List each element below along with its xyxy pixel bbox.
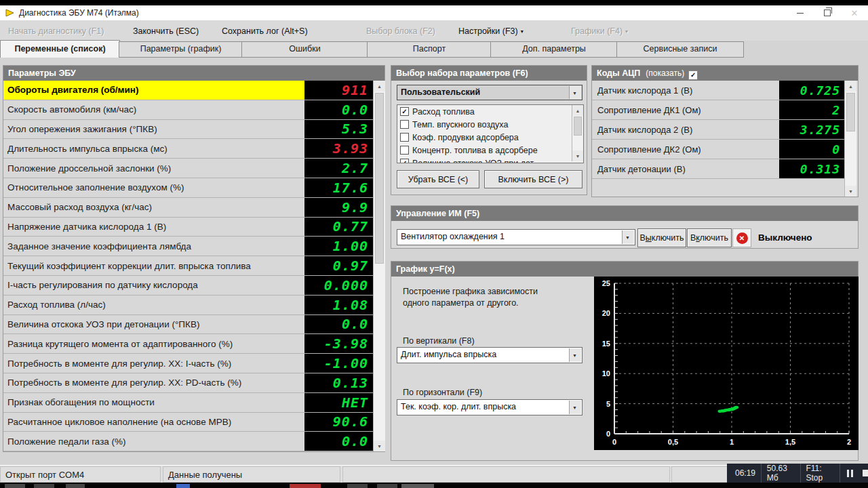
- checkbox-item[interactable]: ✓ Расход топлива: [397, 105, 571, 118]
- menu-item[interactable]: Закончить (ESC): [133, 21, 201, 41]
- combo-arrow-icon[interactable]: [569, 348, 581, 362]
- actuator-state-button[interactable]: ✕: [732, 228, 751, 247]
- table-row[interactable]: Положение педали газа (%) 0.0: [3, 432, 373, 451]
- table-row[interactable]: Расход топлива (л/час) 1.08: [3, 296, 373, 315]
- stop-icon[interactable]: [863, 470, 868, 476]
- taskbar-icon-stub[interactable]: [176, 484, 190, 488]
- combo-arrow-icon[interactable]: [622, 230, 634, 244]
- scrollbar-thumb[interactable]: [574, 117, 582, 136]
- table-row[interactable]: Скорость автомобиля (км/час) 0.0: [3, 100, 373, 120]
- scroll-up-icon[interactable]: ▲: [845, 81, 856, 92]
- table-row[interactable]: Положение дроссельной заслонки (%) 2.7: [3, 159, 373, 178]
- restore-button[interactable]: [814, 5, 841, 20]
- taskbar-icon-stub[interactable]: [290, 484, 321, 488]
- table-row[interactable]: Величина отскока УОЗ при детонации (°ПКВ…: [3, 315, 373, 335]
- checkbox[interactable]: [400, 133, 409, 142]
- adc-codes-panel: Коды АЦП(показать)✓ Датчик кислорода 1 (…: [591, 65, 859, 197]
- tab[interactable]: Переменные (список): [0, 40, 120, 58]
- table-row[interactable]: Массовый расход воздуха (кг/час) 9.9: [3, 198, 373, 218]
- table-row[interactable]: Обороты двигателя (об/мин) 911: [3, 81, 373, 100]
- preset-select[interactable]: Пользовательский: [397, 85, 583, 100]
- scroll-down-icon[interactable]: ▼: [374, 441, 385, 451]
- checkbox[interactable]: [400, 120, 409, 129]
- menu-item[interactable]: Графики (F4) ▾: [571, 21, 628, 41]
- tab[interactable]: Параметры (график): [119, 41, 243, 58]
- svg-text:1: 1: [730, 438, 734, 446]
- taskbar-icon-stub[interactable]: [5, 484, 25, 488]
- table-row[interactable]: Сопротивление ДК2 (Ом) 0: [592, 140, 844, 159]
- table-row[interactable]: Длительность импульса впрыска (мс) 3.93: [3, 139, 373, 159]
- menu-item[interactable]: Начать диагностику (F1): [8, 21, 106, 41]
- checkbox-item[interactable]: Коэф. продувки адсорбера: [397, 131, 571, 144]
- adc-value-box: 0.313: [779, 159, 844, 178]
- list-scrollbar[interactable]: ▲ ▼: [572, 105, 583, 161]
- menu-item[interactable]: Выбор блока (F2): [366, 21, 438, 41]
- ecu-scrollbar[interactable]: ▲ ▼: [373, 81, 385, 451]
- menu-item[interactable]: Настройки (F3) ▾: [458, 21, 524, 41]
- adc-value: 0.725: [800, 83, 840, 98]
- taskbar-icon-stub[interactable]: [377, 484, 397, 488]
- checkbox-item[interactable]: ✓ Величина отскока УОЗ при дет.: [397, 157, 571, 163]
- table-row[interactable]: Датчик детонации (В) 0.313: [592, 159, 844, 179]
- table-row[interactable]: Сопротивление ДК1 (Ом) 2: [592, 100, 844, 120]
- pause-icon[interactable]: [847, 470, 853, 477]
- scroll-up-icon[interactable]: ▲: [374, 81, 385, 92]
- taskbar-icon-stub[interactable]: [401, 484, 434, 488]
- combo-arrow-icon[interactable]: [569, 86, 581, 99]
- param-value: 3.93: [333, 140, 368, 157]
- divider: [800, 464, 801, 483]
- adc-label: Датчик кислорода 1 (В): [592, 81, 779, 100]
- table-row[interactable]: Датчик кислорода 1 (В) 0.725: [592, 81, 844, 100]
- horizontal-param-select[interactable]: Тек. коэф. кор. длит. впрыска: [397, 399, 583, 415]
- checkbox-item[interactable]: Темп. впускного воздуха: [397, 118, 571, 131]
- checkbox[interactable]: ✓: [400, 107, 409, 116]
- adc-show-checkbox[interactable]: ✓: [688, 70, 698, 80]
- param-value: 17.6: [333, 180, 368, 196]
- remove-all-button[interactable]: Убрать ВСЕ (<): [397, 170, 479, 188]
- table-row[interactable]: Потребность в моменте для регулир. ХХ: P…: [3, 373, 373, 393]
- menu-item[interactable]: Сохранить лог (Alt+S): [222, 21, 311, 41]
- scrollbar-thumb[interactable]: [375, 93, 384, 264]
- table-row[interactable]: Напряжение датчика кислорода 1 (В) 0.77: [3, 218, 373, 237]
- combo-arrow-icon[interactable]: [569, 401, 581, 414]
- scroll-down-icon[interactable]: ▼: [845, 186, 856, 197]
- scrollbar-thumb[interactable]: [846, 93, 855, 131]
- tab[interactable]: Доп. параметры: [490, 41, 618, 58]
- svg-text:0,5: 0,5: [668, 438, 678, 446]
- checkbox[interactable]: ✓: [400, 159, 409, 163]
- tab[interactable]: Паспорт: [367, 41, 492, 58]
- table-row[interactable]: Расчитанное цикловое наполнение (на осно…: [3, 413, 373, 432]
- table-row[interactable]: Угол опережения зажигания (°ПКВ) 5.3: [3, 120, 373, 140]
- table-row[interactable]: Потребность в моменте для регулир. ХХ: I…: [3, 354, 373, 373]
- param-value: 9.9: [342, 199, 368, 216]
- recorder-hotkey[interactable]: F11: Stop: [806, 464, 834, 483]
- scroll-down-icon[interactable]: ▼: [572, 150, 583, 161]
- taskbar-icon-stub[interactable]: [347, 484, 368, 488]
- taskbar-icon-stub[interactable]: [34, 484, 54, 488]
- table-row[interactable]: I-часть регулирования по датчику кислоро…: [3, 276, 373, 296]
- table-row[interactable]: Датчик кислорода 2 (В) 3.275: [592, 120, 844, 140]
- table-row[interactable]: Текущий коэффициент коррекции длит. впры…: [3, 256, 373, 276]
- tab[interactable]: Ошибки: [241, 41, 368, 58]
- table-row[interactable]: Разница крутящего момента от адаптирован…: [3, 334, 373, 354]
- minimize-button[interactable]: [787, 5, 814, 20]
- table-row[interactable]: Относительное заполнение воздухом (%) 17…: [3, 178, 373, 198]
- checkbox[interactable]: [400, 146, 409, 155]
- actuator-select[interactable]: Вентилятор охлаждения 1: [397, 229, 635, 245]
- scroll-up-icon[interactable]: ▲: [572, 105, 583, 116]
- close-button[interactable]: ✕: [841, 5, 868, 20]
- taskbar-icon-stub[interactable]: [66, 484, 85, 488]
- table-row[interactable]: Признак обогащения по мощности НЕТ: [3, 393, 373, 413]
- table-row[interactable]: Заданное значение коэффициента лямбда 1.…: [3, 237, 373, 256]
- add-all-button[interactable]: Включить ВСЕ (>): [484, 170, 583, 188]
- vertical-param-select[interactable]: Длит. импульса впрыска: [397, 347, 583, 363]
- turn-on-button[interactable]: Включить: [687, 228, 732, 247]
- adc-scrollbar[interactable]: ▲ ▼: [844, 81, 856, 197]
- param-value: НЕТ: [342, 394, 368, 411]
- tab-label: Паспорт: [413, 44, 446, 54]
- turn-off-button[interactable]: Выключить: [637, 228, 686, 247]
- param-label: Угол опережения зажигания (°ПКВ): [3, 120, 304, 139]
- checkbox-item[interactable]: Концентр. топлива в адсорбере: [397, 144, 571, 157]
- param-checkbox-list[interactable]: ✓ Расход топлива Темп. впускного воздуха…: [397, 104, 584, 163]
- tab[interactable]: Сервисные записи: [616, 41, 744, 58]
